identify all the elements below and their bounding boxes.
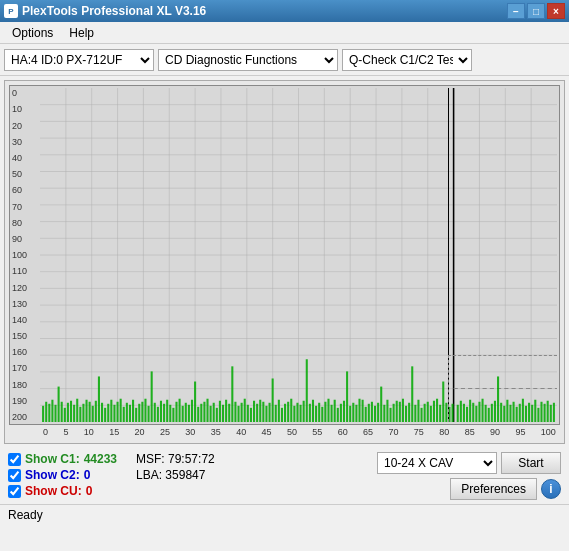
svg-rect-67 [126,403,128,422]
svg-rect-169 [442,382,444,422]
title-bar-left: P PlexTools Professional XL V3.16 [4,4,206,18]
svg-rect-76 [154,403,156,422]
svg-rect-154 [396,401,398,422]
function-select[interactable]: CD Diagnostic Functions [158,49,338,71]
menu-options[interactable]: Options [4,24,61,42]
toolbar: HA:4 ID:0 PX-712UF CD Diagnostic Functio… [0,44,569,76]
svg-rect-164 [427,402,429,422]
lba-value: 359847 [165,468,205,482]
svg-rect-155 [399,402,401,422]
chart-plot [40,88,557,422]
cu-checkbox[interactable] [8,485,21,498]
svg-rect-170 [445,403,447,422]
svg-rect-75 [151,371,153,422]
svg-rect-63 [113,405,115,422]
cu-row: Show CU: 0 [8,484,128,498]
svg-rect-121 [293,406,295,422]
svg-rect-116 [278,400,280,422]
svg-rect-142 [358,399,360,422]
svg-rect-82 [172,408,174,422]
svg-rect-53 [82,404,84,422]
svg-rect-87 [188,405,190,422]
svg-rect-112 [265,406,267,422]
svg-rect-94 [210,406,212,422]
prefs-info-row: Preferences i [450,478,561,500]
svg-rect-51 [76,399,78,422]
c2-checkbox[interactable] [8,469,21,482]
c1-value: 44233 [84,452,117,466]
svg-rect-89 [194,382,196,422]
svg-rect-118 [284,404,286,422]
svg-rect-64 [117,402,119,422]
drive-select[interactable]: HA:4 ID:0 PX-712UF [4,49,154,71]
svg-rect-49 [70,401,72,422]
svg-rect-134 [334,400,336,422]
minimize-button[interactable]: − [507,3,525,19]
svg-rect-54 [85,400,87,422]
svg-rect-131 [324,402,326,422]
svg-rect-88 [191,400,193,422]
svg-rect-100 [228,404,230,422]
chart-container: 200 190 180 170 160 150 140 130 120 110 … [4,80,565,444]
svg-rect-163 [424,404,426,422]
status-text: Ready [8,508,43,522]
svg-rect-115 [275,405,277,422]
svg-rect-79 [163,404,165,422]
svg-rect-145 [368,404,370,422]
msf-lba: MSF: 79:57:72 LBA: 359847 [136,452,246,482]
maximize-button[interactable]: □ [527,3,545,19]
svg-rect-61 [107,404,109,422]
info-button[interactable]: i [541,479,561,499]
svg-rect-80 [166,400,168,422]
c2-row: Show C2: 0 [8,468,128,482]
svg-rect-167 [436,399,438,422]
svg-rect-168 [439,405,441,422]
svg-rect-107 [250,408,252,422]
svg-rect-57 [95,401,97,422]
close-button[interactable]: × [547,3,565,19]
mode-select[interactable]: Q-Check C1/C2 Test [342,49,472,71]
svg-rect-125 [306,359,308,422]
svg-rect-138 [346,371,348,422]
svg-rect-85 [182,406,184,422]
svg-rect-40 [42,406,44,422]
svg-rect-77 [157,407,159,422]
lba-label: LBA: [136,468,162,482]
svg-rect-166 [433,401,435,422]
svg-rect-42 [48,404,50,422]
svg-rect-109 [256,404,258,422]
msf-row: MSF: 79:57:72 [136,452,246,466]
c1-checkbox[interactable] [8,453,21,466]
svg-rect-123 [300,405,302,422]
c1-row: Show C1: 44233 [8,452,128,466]
chart-inner: 200 190 180 170 160 150 140 130 120 110 … [9,85,560,425]
svg-rect-59 [101,403,103,422]
svg-rect-143 [362,400,364,422]
menu-help[interactable]: Help [61,24,102,42]
svg-rect-86 [185,403,187,422]
svg-rect-161 [417,400,419,422]
msf-value: 79:57:72 [168,452,215,466]
svg-rect-132 [327,399,329,422]
svg-rect-158 [408,403,410,422]
y-axis: 200 190 180 170 160 150 140 130 120 110 … [10,86,40,424]
svg-rect-149 [380,387,382,422]
svg-rect-124 [303,401,305,422]
svg-rect-46 [61,402,63,422]
svg-rect-152 [389,408,391,422]
svg-rect-126 [309,404,311,422]
title-bar: P PlexTools Professional XL V3.16 − □ × [0,0,569,22]
svg-rect-71 [138,404,140,422]
svg-rect-165 [430,406,432,422]
svg-rect-97 [219,401,221,422]
svg-rect-69 [132,400,134,422]
svg-rect-52 [79,407,81,422]
speed-select[interactable]: 10-24 X CAV [377,452,497,474]
svg-rect-122 [296,403,298,422]
svg-rect-133 [331,405,333,422]
svg-rect-128 [315,406,317,422]
svg-rect-139 [349,406,351,422]
start-button[interactable]: Start [501,452,561,474]
preferences-button[interactable]: Preferences [450,478,537,500]
svg-rect-144 [365,407,367,422]
